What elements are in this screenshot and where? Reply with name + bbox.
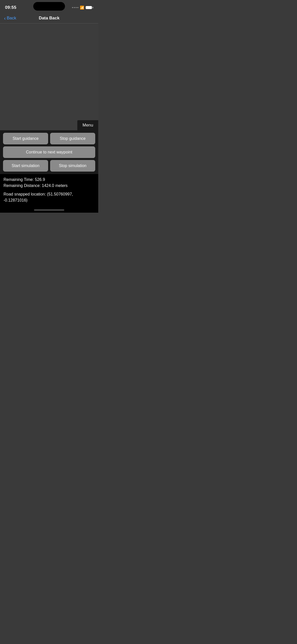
back-button[interactable]: ‹ Back xyxy=(4,16,16,21)
waypoint-row: Continue to next waypoint xyxy=(3,146,95,158)
stop-guidance-button[interactable]: Stop guidance xyxy=(50,133,95,144)
app-container: 09:55 📶 ‹ Back Data Back M xyxy=(0,0,98,213)
simulation-row: Start simulation Stop simulation xyxy=(3,160,95,172)
buttons-section: Start guidance Stop guidance Continue to… xyxy=(0,130,98,174)
status-bar: 09:55 📶 xyxy=(0,0,98,14)
signal-icon xyxy=(72,7,78,8)
road-snapped-label: Road snapped location: (51.50760997, xyxy=(4,191,95,197)
page-title: Data Back xyxy=(39,16,59,21)
bottom-panel: Start guidance Stop guidance Continue to… xyxy=(0,130,98,213)
remaining-distance: Remaining Distance: 1424.0 meters xyxy=(4,183,95,189)
start-simulation-button[interactable]: Start simulation xyxy=(3,160,48,172)
info-section: Remaining Time: 526.9 Remaining Distance… xyxy=(0,174,98,207)
map-area: Menu xyxy=(0,23,98,130)
nav-bar: ‹ Back Data Back xyxy=(0,14,98,23)
stop-simulation-button[interactable]: Stop simulation xyxy=(50,160,95,172)
road-snapped-coords: -0.12871016) xyxy=(4,197,95,203)
chevron-left-icon: ‹ xyxy=(4,16,6,21)
battery-icon xyxy=(86,6,93,9)
remaining-time: Remaining Time: 526.9 xyxy=(4,177,95,183)
menu-button[interactable]: Menu xyxy=(77,120,98,130)
home-indicator xyxy=(0,207,98,213)
back-label: Back xyxy=(7,16,16,21)
status-icons: 📶 xyxy=(72,6,93,10)
start-guidance-button[interactable]: Start guidance xyxy=(3,133,48,144)
home-bar xyxy=(34,209,64,211)
guidance-row: Start guidance Stop guidance xyxy=(3,133,95,144)
wifi-icon: 📶 xyxy=(80,6,84,10)
status-time: 09:55 xyxy=(5,5,16,10)
notch xyxy=(33,2,65,11)
continue-waypoint-button[interactable]: Continue to next waypoint xyxy=(3,146,95,158)
